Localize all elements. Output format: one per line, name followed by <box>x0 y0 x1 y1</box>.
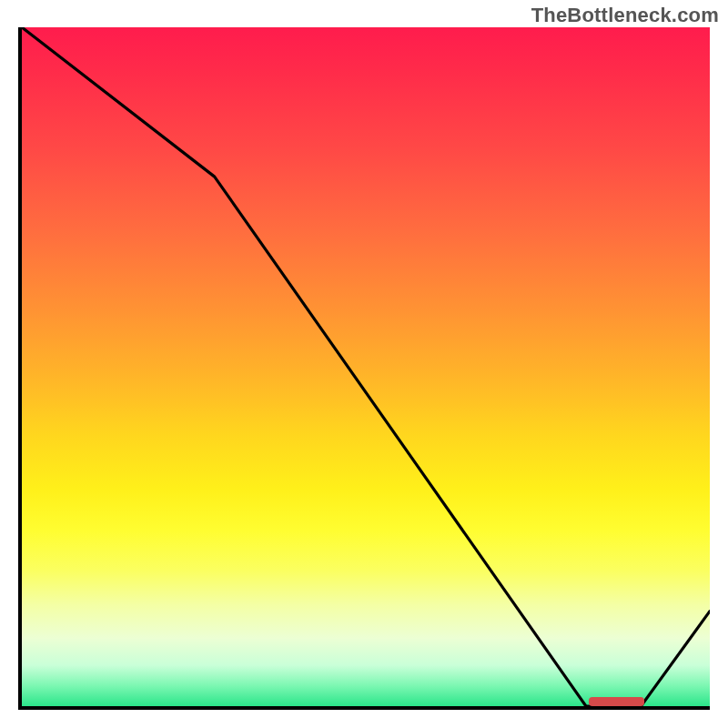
attribution-text: TheBottleneck.com <box>531 4 719 27</box>
curve-layer <box>22 27 710 706</box>
optimal-range-marker <box>589 697 644 706</box>
plot-area <box>18 27 710 710</box>
chart-container: TheBottleneck.com <box>0 0 728 728</box>
bottleneck-curve <box>22 27 710 706</box>
